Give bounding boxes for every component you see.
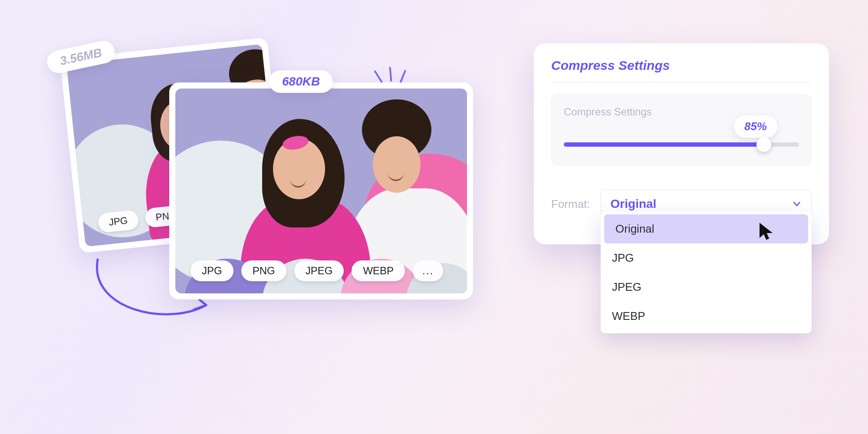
format-pill: WEBP: [352, 260, 405, 281]
compressed-photo: JPG PNG JPEG WEBP ...: [175, 89, 467, 293]
format-option-jpeg[interactable]: JPEG: [601, 273, 812, 302]
cursor-pointer-icon: [759, 222, 775, 240]
slider-thumb[interactable]: [756, 137, 771, 152]
quality-slider-box: Compress Settings 85%: [551, 94, 812, 165]
format-dropdown[interactable]: Original JPG JPEG WEBP: [601, 212, 812, 333]
format-label: Format:: [551, 197, 590, 211]
panel-title: Compress Settings: [551, 58, 812, 83]
compressed-image-card: JPG PNG JPEG WEBP ... 680KB: [169, 82, 473, 299]
compressed-format-pills: JPG PNG JPEG WEBP ...: [191, 260, 443, 281]
format-pill: JPG: [98, 210, 139, 233]
format-pill-more[interactable]: ...: [413, 260, 443, 281]
format-option-jpg[interactable]: JPG: [601, 243, 812, 273]
format-option-original[interactable]: Original: [604, 214, 808, 243]
quality-slider[interactable]: [564, 142, 799, 147]
format-option-webp[interactable]: WEBP: [601, 302, 812, 331]
slider-percent-badge: 85%: [734, 115, 777, 138]
chevron-down-icon: [792, 199, 802, 209]
slider-fill: [564, 142, 764, 147]
format-select-value: Original: [611, 197, 657, 211]
format-pill: PNG: [241, 260, 286, 281]
format-pill: JPG: [191, 260, 233, 281]
format-pill: JPEG: [294, 260, 344, 281]
compress-settings-panel: Compress Settings Compress Settings 85% …: [534, 43, 829, 244]
compressed-size-badge: 680KB: [269, 70, 333, 93]
